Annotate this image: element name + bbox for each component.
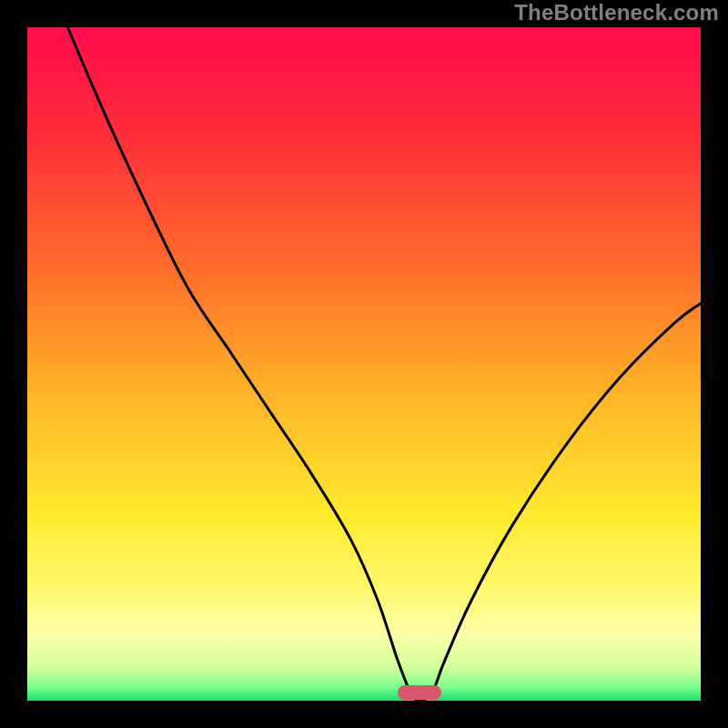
chart-frame: TheBottleneck.com	[0, 0, 728, 728]
bottleneck-curve	[27, 27, 701, 701]
curve-left-branch	[27, 27, 418, 701]
plot-area	[27, 27, 701, 701]
curve-right-branch	[418, 303, 701, 701]
watermark-text: TheBottleneck.com	[514, 0, 719, 25]
optimal-marker	[398, 685, 441, 700]
